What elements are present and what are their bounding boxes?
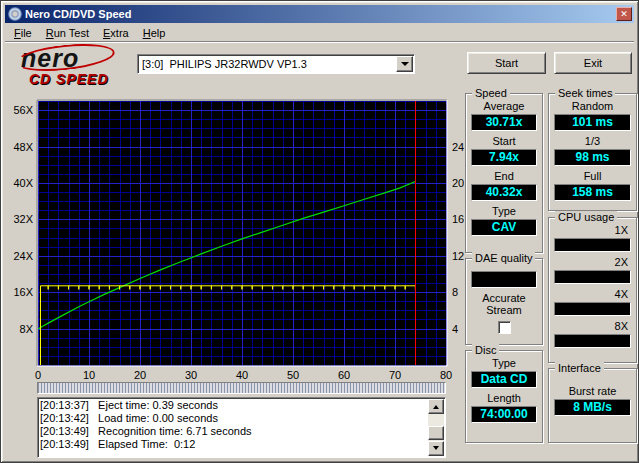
cpu-8x-label: 8X — [549, 320, 636, 332]
dae-quality-panel-title: DAE quality — [472, 252, 535, 264]
svg-text:10: 10 — [83, 369, 95, 381]
svg-text:60: 60 — [338, 369, 350, 381]
seek-full-label: Full — [549, 170, 636, 183]
svg-text:20: 20 — [134, 369, 146, 381]
svg-text:20: 20 — [452, 177, 464, 189]
menubar: File Run Test Extra Help — [5, 24, 634, 42]
disc-panel: Disc Type Data CD Length 74:00.00 — [465, 350, 543, 443]
speed-start-value: 7.94x — [471, 149, 537, 166]
speed-average-value: 30.71x — [471, 114, 537, 131]
arrow-down-icon — [433, 446, 439, 453]
log-line: [20:13:37] Eject time: 0.39 seconds — [40, 399, 427, 412]
cpu-2x-label: 2X — [549, 256, 636, 268]
nero-wordmark: nero — [13, 46, 133, 70]
svg-text:50: 50 — [287, 369, 299, 381]
arrow-up-icon — [433, 402, 439, 409]
svg-text:30: 30 — [185, 369, 197, 381]
window-title: Nero CD/DVD Speed — [25, 8, 616, 20]
svg-text:16: 16 — [452, 213, 464, 225]
titlebar[interactable]: Nero CD/DVD Speed ✕ — [5, 5, 634, 23]
disc-type-value: Data CD — [471, 371, 537, 388]
seek-random-label: Random — [549, 100, 636, 113]
dae-quality-value — [471, 271, 537, 288]
svg-text:16X: 16X — [13, 286, 33, 298]
app-icon — [8, 7, 22, 21]
drive-select-combobox[interactable]: [3:0] PHILIPS JR32RWDV VP1.3 — [137, 54, 415, 74]
menu-extra[interactable]: Extra — [96, 25, 136, 41]
speed-panel-title: Speed — [472, 87, 510, 99]
exit-button[interactable]: Exit — [554, 52, 632, 74]
dae-quality-panel: DAE quality Accurate Stream — [465, 258, 543, 345]
cpu-4x-label: 4X — [549, 288, 636, 300]
speed-end-label: End — [466, 170, 542, 183]
speed-panel: Speed Average 30.71x Start 7.94x End 40.… — [465, 93, 543, 253]
close-button[interactable]: ✕ — [616, 7, 632, 21]
accurate-stream-checkbox[interactable] — [498, 321, 511, 334]
menu-file[interactable]: File — [7, 25, 39, 41]
log-line: [20:13:42] Load time: 0.00 seconds — [40, 412, 427, 425]
progress-bar — [37, 382, 446, 394]
cpu-8x-value — [554, 334, 631, 348]
log-scrollbar[interactable] — [428, 399, 444, 456]
disc-panel-title: Disc — [472, 344, 499, 356]
log-listbox[interactable]: [20:13:37] Eject time: 0.39 seconds [20:… — [37, 397, 446, 458]
seek-times-panel: Seek times Random 101 ms 1/3 98 ms Full … — [548, 93, 637, 211]
svg-text:56X: 56X — [13, 104, 33, 116]
cpu-1x-value — [554, 238, 631, 252]
svg-text:48X: 48X — [13, 141, 33, 153]
nero-logo: nero CD SPEED — [13, 46, 133, 86]
scroll-down-button[interactable] — [428, 441, 444, 456]
cpu-usage-panel-title: CPU usage — [555, 211, 617, 223]
speed-chart: 010203040506070808X16X24X32X40X48X56X481… — [2, 93, 464, 385]
log-line: [20:13:49] Elapsed Time: 0:12 — [40, 438, 427, 451]
interface-panel: Interface Burst rate 8 MB/s — [548, 368, 637, 443]
close-icon: ✕ — [620, 9, 628, 19]
speed-end-value: 40.32x — [471, 184, 537, 201]
svg-text:40X: 40X — [13, 177, 33, 189]
cpu-usage-panel: CPU usage 1X 2X 4X 8X — [548, 217, 637, 363]
seek-times-panel-title: Seek times — [555, 87, 615, 99]
disc-type-label: Type — [466, 357, 542, 370]
svg-text:8X: 8X — [20, 323, 34, 335]
scroll-up-button[interactable] — [428, 399, 444, 414]
svg-text:32X: 32X — [13, 213, 33, 225]
cpu-2x-value — [554, 270, 631, 284]
logo-text-cdspeed: CD SPEED — [13, 71, 133, 87]
speed-chart-svg: 010203040506070808X16X24X32X40X48X56X481… — [2, 93, 464, 385]
svg-text:12: 12 — [452, 250, 464, 262]
svg-text:40: 40 — [236, 369, 248, 381]
speed-type-value: CAV — [471, 219, 537, 236]
combo-dropdown-button[interactable] — [396, 56, 413, 72]
interface-panel-title: Interface — [555, 362, 604, 374]
cpu-1x-label: 1X — [549, 224, 636, 236]
speed-start-label: Start — [466, 135, 542, 148]
menu-help[interactable]: Help — [136, 25, 173, 41]
log-line: [20:13:49] Recognition time: 6.71 second… — [40, 425, 427, 438]
seek-third-label: 1/3 — [549, 135, 636, 148]
svg-text:0: 0 — [35, 369, 41, 381]
log-lines: [20:13:37] Eject time: 0.39 seconds [20:… — [40, 399, 427, 456]
chevron-down-icon — [401, 62, 409, 70]
seek-random-value: 101 ms — [554, 114, 631, 131]
burst-rate-label: Burst rate — [549, 385, 636, 398]
seek-third-value: 98 ms — [554, 149, 631, 166]
svg-text:4: 4 — [452, 323, 458, 335]
accurate-stream-label: Accurate Stream — [474, 292, 534, 316]
speed-type-label: Type — [466, 205, 542, 218]
drive-select-value: [3:0] PHILIPS JR32RWDV VP1.3 — [138, 58, 396, 70]
disc-length-label: Length — [466, 392, 542, 405]
menu-run-test[interactable]: Run Test — [39, 25, 96, 41]
app-window: Nero CD/DVD Speed ✕ File Run Test Extra … — [0, 0, 639, 463]
svg-text:24X: 24X — [13, 250, 33, 262]
svg-text:70: 70 — [389, 369, 401, 381]
burst-rate-value: 8 MB/s — [554, 399, 631, 416]
disc-length-value: 74:00.00 — [471, 406, 537, 423]
start-button[interactable]: Start — [467, 52, 546, 74]
svg-text:8: 8 — [452, 286, 458, 298]
scrollbar-thumb[interactable] — [428, 426, 444, 440]
svg-text:24: 24 — [452, 141, 464, 153]
speed-average-label: Average — [466, 100, 542, 113]
cpu-4x-value — [554, 302, 631, 316]
seek-full-value: 158 ms — [554, 184, 631, 201]
svg-text:80: 80 — [440, 369, 452, 381]
